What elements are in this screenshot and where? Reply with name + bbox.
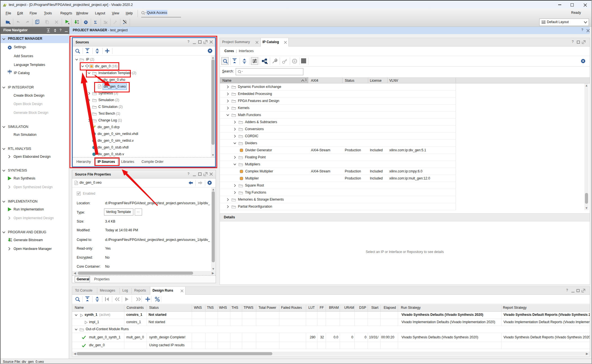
- svg-text:Σ: Σ: [94, 20, 97, 24]
- svg-text:01: 01: [77, 20, 79, 22]
- svg-text:01: 01: [10, 238, 12, 240]
- svg-text:10: 10: [10, 240, 12, 242]
- svg-text:10: 10: [77, 22, 79, 24]
